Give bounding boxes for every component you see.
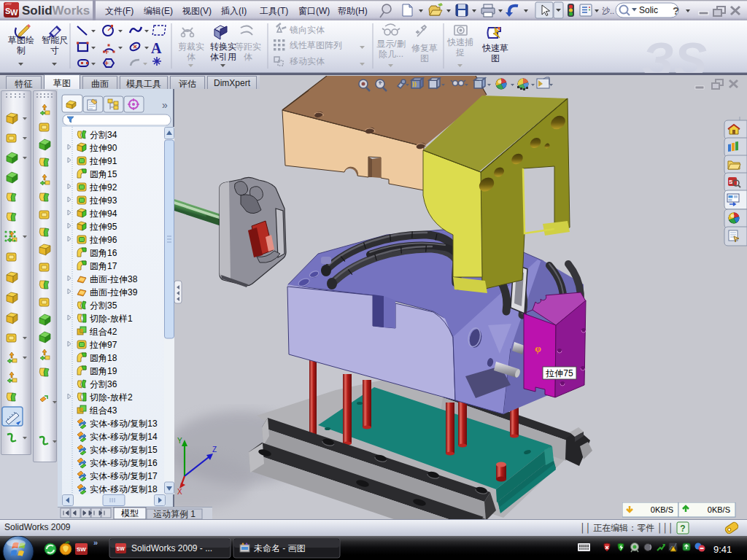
svg-text:SolidWorks: SolidWorks [22,4,90,18]
svg-text:图: 图 [420,53,429,63]
svg-text:分割34: 分割34 [90,130,117,140]
svg-text:W: W [10,8,18,17]
svg-text:等距实: 等距实 [235,42,261,52]
svg-text:?: ? [673,4,679,17]
svg-text:圆角18: 圆角18 [90,353,117,363]
svg-text:体: 体 [244,52,252,62]
svg-text:寸: 寸 [50,45,59,55]
svg-text:拉伸93: 拉伸93 [89,195,117,206]
svg-text:智能尺: 智能尺 [42,35,68,45]
svg-text:圆角16: 圆角16 [90,248,117,258]
svg-text:显示/删: 显示/删 [376,39,405,49]
svg-text:分割36: 分割36 [90,379,117,389]
svg-text:图: 图 [491,53,500,63]
svg-text:圆角15: 圆角15 [90,169,117,179]
svg-text:Y: Y [177,437,182,445]
svg-text:0KB/S: 0KB/S [651,505,673,514]
svg-text:圆角17: 圆角17 [90,261,117,271]
svg-text:体: 体 [187,52,196,62]
svg-text:移动实体: 移动实体 [290,56,325,66]
svg-text:拉伸75: 拉伸75 [545,368,573,378]
svg-text:Z: Z [212,446,217,454]
svg-text:制: 制 [17,45,26,55]
svg-text:组合42: 组合42 [89,327,117,337]
svg-text:拉伸90: 拉伸90 [89,143,117,153]
svg-text:模型: 模型 [121,508,139,518]
svg-text:曲面-拉伸39: 曲面-拉伸39 [90,287,138,298]
svg-text:切除-放样2: 切除-放样2 [89,392,133,402]
svg-text:拉伸94: 拉伸94 [89,209,117,219]
svg-text:拉伸97: 拉伸97 [89,340,117,350]
svg-text:实体-移动/复制17: 实体-移动/复制17 [90,471,158,481]
svg-text:除几...: 除几... [379,49,403,59]
svg-text:实体-移动/复制16: 实体-移动/复制16 [90,458,158,468]
svg-text:A: A [151,40,162,56]
svg-text:0KB/S: 0KB/S [708,505,730,514]
svg-text:»: » [162,99,168,111]
svg-text:实体-移动/复制13: 实体-移动/复制13 [90,419,158,429]
svg-text:转换实: 转换实 [210,42,236,52]
svg-text:草图绘: 草图绘 [8,35,34,45]
svg-text:分割35: 分割35 [90,300,117,311]
svg-text:快速草: 快速草 [481,43,508,53]
svg-text:体引用: 体引用 [210,52,236,62]
svg-text:实体-移动/复制18: 实体-移动/复制18 [90,484,158,494]
svg-text:运动算例 1: 运动算例 1 [153,509,196,519]
svg-text:组合43: 组合43 [89,405,117,416]
svg-text:拉伸92: 拉伸92 [89,182,117,192]
svg-text:SolidWorks 2009 - ...: SolidWorks 2009 - ... [131,543,212,553]
svg-text:S: S [729,179,733,185]
svg-text:»: » [93,538,98,547]
svg-text:圆角19: 圆角19 [90,366,117,376]
svg-text:快速捕: 快速捕 [446,37,473,47]
svg-text:9:41: 9:41 [713,544,732,555]
svg-text:拉伸96: 拉伸96 [89,235,117,245]
svg-text:未命名 - 画图: 未命名 - 画图 [254,543,306,553]
svg-text:X: X [177,488,182,496]
svg-text:Solic: Solic [639,5,658,15]
svg-text:修复草: 修复草 [411,43,438,53]
svg-text:镜向实体: 镜向实体 [289,25,325,35]
svg-text:?: ? [680,524,685,534]
svg-text:实体-移动/复制14: 实体-移动/复制14 [90,432,158,442]
svg-text:拉伸91: 拉伸91 [89,156,117,166]
svg-text:捉: 捉 [455,47,465,58]
svg-text:线性草图阵列: 线性草图阵列 [290,40,342,50]
svg-text:实体-移动/复制15: 实体-移动/复制15 [90,445,158,455]
svg-text:ЗS: ЗS [642,32,707,73]
svg-text:拉伸95: 拉伸95 [89,222,117,232]
svg-text:SW: SW [77,546,86,553]
svg-text:切除-放样1: 切除-放样1 [89,314,133,324]
svg-text:沙..: 沙.. [602,7,614,15]
svg-text:剪裁实: 剪裁实 [178,42,204,52]
svg-text:SW: SW [117,546,125,551]
svg-text:曲面-拉伸38: 曲面-拉伸38 [90,274,138,284]
